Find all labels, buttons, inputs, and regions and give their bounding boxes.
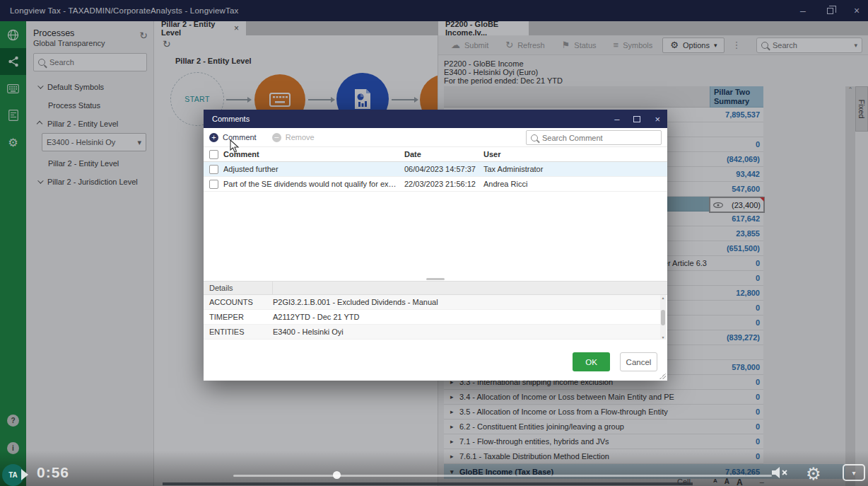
detail-row: TIMEPER A2112YTD - Dec 21 YTD — [204, 310, 662, 325]
app-window: Longview Tax - TAXADMIN/CorporateAnalyst… — [0, 0, 868, 486]
mouse-cursor — [230, 139, 240, 155]
detail-row: ENTITIES E3400 - Helsinki Oyi — [204, 325, 662, 340]
comment-row[interactable]: Part of the SE dividends would not quali… — [204, 177, 667, 192]
date-column-header[interactable]: Date — [404, 150, 483, 158]
comment-table-header: Comment Date User — [204, 147, 667, 162]
chevron-down-icon: ▾ — [852, 469, 855, 477]
detail-value: A2112YTD - Dec 21 YTD — [273, 313, 662, 321]
ok-button[interactable]: OK — [573, 352, 610, 371]
pip-icon[interactable]: ▾ — [843, 464, 865, 481]
detail-key: ACCOUNTS — [204, 298, 273, 306]
dialog-toolbar: + Comment – Remove — [204, 128, 667, 147]
resize-grip[interactable] — [659, 373, 666, 379]
comment-row[interactable]: Adjusted further 06/04/2023 14:57:37 Tax… — [204, 162, 667, 177]
comment-text: Adjusted further — [223, 165, 404, 173]
minus-circle-icon: – — [272, 133, 281, 142]
details-scrollbar[interactable]: ▴ ▾ — [660, 295, 666, 340]
detail-row: ACCOUNTS P2GI3.2.1.B.001 - Excluded Divi… — [204, 295, 662, 310]
search-icon — [531, 134, 538, 141]
dialog-title-bar[interactable]: Comments – × — [204, 110, 667, 128]
plus-circle-icon: + — [209, 133, 218, 142]
comments-dialog: Comments – × + Comment – Remove Comm — [204, 110, 667, 381]
scrollbar-thumb[interactable] — [661, 310, 665, 325]
detail-value: P2GI3.2.1.B.001 - Excluded Dividends - M… — [273, 298, 662, 306]
mute-icon[interactable] — [770, 465, 789, 481]
play-icon[interactable] — [21, 469, 28, 480]
comment-user: Andrea Ricci — [483, 180, 667, 188]
player-settings-icon[interactable]: ⚙ — [806, 464, 821, 484]
user-column-header[interactable]: User — [483, 150, 667, 158]
row-checkbox[interactable] — [209, 180, 218, 189]
remove-comment-button[interactable]: – Remove — [272, 133, 315, 142]
playhead-dot[interactable] — [333, 471, 341, 479]
video-timestamp: 0:56 — [37, 464, 69, 481]
detail-key: ENTITIES — [204, 328, 273, 336]
horizontal-scrollbar[interactable] — [163, 482, 693, 485]
scroll-up-icon[interactable]: ▴ — [662, 295, 664, 300]
dialog-maximize-icon[interactable] — [633, 114, 640, 125]
row-checkbox[interactable] — [209, 165, 218, 174]
comment-user: Tax Administrator — [483, 165, 667, 173]
comment-date: 06/04/2023 14:57:37 — [404, 165, 483, 173]
comment-column-header[interactable]: Comment — [223, 150, 404, 158]
comment-date: 22/03/2023 21:56:12 — [404, 180, 483, 188]
dialog-minimize-icon[interactable]: – — [614, 114, 619, 125]
details-header: Details — [204, 281, 667, 295]
comment-list: Adjusted further 06/04/2023 14:57:37 Tax… — [204, 162, 667, 192]
scroll-down-icon[interactable]: ▾ — [662, 335, 664, 340]
select-all-checkbox[interactable] — [209, 150, 218, 159]
comment-text: Part of the SE dividends would not quali… — [223, 180, 404, 188]
dialog-title: Comments — [212, 115, 250, 123]
comment-search[interactable] — [526, 130, 662, 145]
video-progress-bar[interactable] — [233, 475, 772, 477]
detail-key: TIMEPER — [204, 313, 273, 321]
dialog-close-icon[interactable]: × — [655, 114, 660, 125]
comment-search-input[interactable] — [542, 134, 657, 142]
detail-value: E3400 - Helsinki Oyi — [273, 328, 662, 336]
details-list: ACCOUNTS P2GI3.2.1.B.001 - Excluded Divi… — [204, 295, 662, 340]
cancel-button[interactable]: Cancel — [620, 352, 657, 371]
